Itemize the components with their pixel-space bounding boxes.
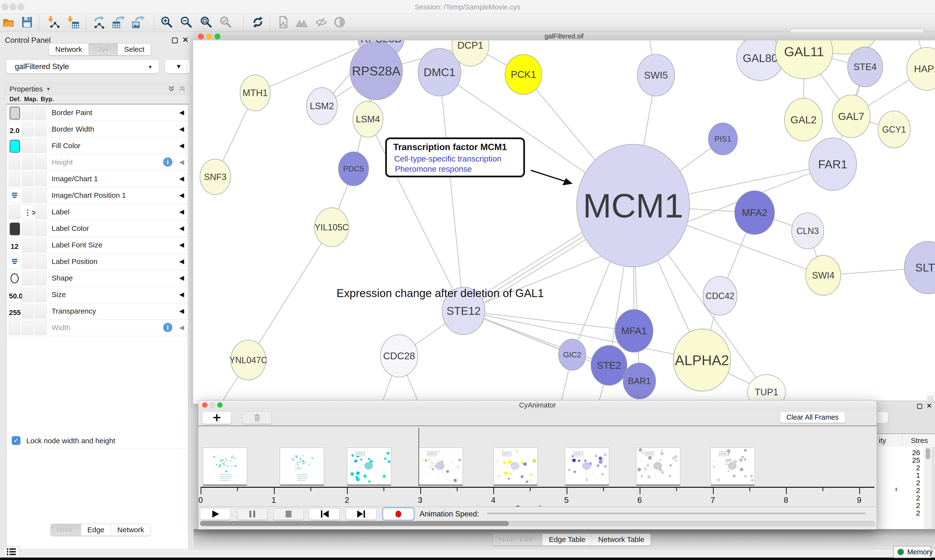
- animator-timeline[interactable]: 0123456789Seconds: [198, 426, 877, 499]
- property-row-width[interactable]: Widthi◀: [6, 319, 188, 336]
- birds-eye-view-button[interactable]: [295, 15, 309, 30]
- color-swatch[interactable]: [10, 107, 20, 120]
- def-cell[interactable]: [9, 106, 20, 120]
- row-expand-arrow-icon[interactable]: ◀: [179, 208, 184, 215]
- property-row-shape[interactable]: Shape◀: [6, 270, 188, 286]
- byp-cell[interactable]: [35, 255, 47, 269]
- skip-to-end-button[interactable]: [346, 508, 376, 520]
- network-window-titlebar[interactable]: galFiltered.sif: [193, 32, 935, 41]
- network-overview-button[interactable]: [276, 15, 291, 30]
- def-cell[interactable]: [9, 321, 20, 335]
- table-cell-value[interactable]: 26: [912, 449, 920, 457]
- byp-cell[interactable]: [35, 189, 47, 203]
- byp-cell[interactable]: [35, 106, 47, 120]
- frame-thumbnail-6[interactable]: [565, 448, 609, 485]
- row-expand-arrow-icon[interactable]: ◀: [179, 142, 184, 149]
- animator-scrollbar[interactable]: [200, 521, 875, 526]
- zoom-selected-button[interactable]: [219, 15, 233, 30]
- row-expand-arrow-icon[interactable]: ◀: [179, 175, 184, 182]
- control-panel-float-icon[interactable]: ▢: [171, 35, 178, 44]
- frame-thumbnail-3[interactable]: [347, 448, 391, 485]
- tab-node[interactable]: Node: [51, 524, 81, 536]
- import-table-button[interactable]: [66, 15, 80, 30]
- frame-thumbnail-7[interactable]: [636, 448, 680, 485]
- stop-button[interactable]: [273, 508, 304, 520]
- info-icon[interactable]: i: [163, 323, 173, 332]
- property-row-fill-color[interactable]: Fill Color◀: [6, 137, 188, 154]
- def-cell[interactable]: 12: [9, 238, 20, 252]
- style-select[interactable]: galFiltered Style ▾: [6, 59, 159, 74]
- cyanimator-titlebar[interactable]: CyAnimator: [198, 400, 877, 410]
- play-button[interactable]: [200, 508, 231, 520]
- row-expand-arrow-icon[interactable]: ◀: [179, 291, 184, 298]
- tab-network-table[interactable]: Network Table: [592, 534, 651, 545]
- memory-button[interactable]: Memory: [893, 546, 931, 558]
- tab-node-table[interactable]: Node Table: [493, 534, 542, 545]
- lock-size-checkbox[interactable]: ✓: [12, 436, 20, 445]
- map-cell[interactable]: [22, 139, 34, 153]
- def-cell[interactable]: [9, 189, 20, 203]
- property-row-image-chart-position-1[interactable]: Image/Chart Position 1◀: [6, 187, 188, 204]
- table-column-divider[interactable]: [902, 435, 903, 446]
- byp-cell[interactable]: [35, 139, 47, 153]
- property-row-transparency[interactable]: 255Transparency◀: [6, 303, 188, 320]
- open-session-button[interactable]: [2, 15, 16, 30]
- skip-to-start-button[interactable]: [309, 508, 339, 520]
- map-cell[interactable]: [22, 304, 34, 318]
- table-column-ity[interactable]: ity: [879, 437, 886, 445]
- import-network-button[interactable]: [47, 15, 61, 30]
- collapse-all-icon[interactable]: [179, 85, 186, 93]
- annotation-link-1[interactable]: Cell-type-specific transcription: [394, 154, 501, 163]
- tab-network-bottom[interactable]: Network: [111, 524, 150, 536]
- color-swatch[interactable]: [10, 140, 20, 152]
- row-expand-arrow-icon[interactable]: ◀: [179, 191, 184, 199]
- property-row-label-font-size[interactable]: 12Label Font Size◀: [6, 237, 188, 254]
- property-row-image-chart-1[interactable]: Image/Chart 1◀: [6, 171, 188, 187]
- info-icon[interactable]: i: [163, 157, 173, 167]
- map-cell[interactable]: [22, 122, 34, 137]
- table-cell-value[interactable]: 2: [916, 486, 920, 495]
- control-panel-close-icon[interactable]: ✕: [182, 35, 188, 44]
- property-row-border-width[interactable]: 2.0Border Width◀: [6, 121, 188, 138]
- network-canvas[interactable]: RPS28BMTH1LSM2LSM4RPS28ADMC1DCP1PCK1SWI5…: [193, 40, 935, 404]
- row-expand-arrow-icon[interactable]: ◀: [179, 258, 184, 265]
- property-row-label[interactable]: ⋮>Label◀: [6, 204, 188, 220]
- apply-layout-button[interactable]: [251, 15, 265, 30]
- tab-network[interactable]: Network: [49, 43, 88, 55]
- map-cell[interactable]: [22, 255, 34, 269]
- timeline-playhead[interactable]: [418, 428, 419, 486]
- hide-details-button[interactable]: [315, 15, 329, 30]
- tab-edge-table[interactable]: Edge Table: [542, 534, 592, 545]
- map-cell[interactable]: ⋮>: [22, 205, 34, 219]
- byp-cell[interactable]: [35, 172, 47, 186]
- map-cell[interactable]: [22, 271, 34, 285]
- zoom-out-button[interactable]: [180, 15, 194, 30]
- property-row-height[interactable]: Heighti◀: [6, 154, 188, 171]
- annotation-link-2[interactable]: Pheromone response: [395, 165, 472, 174]
- byp-cell[interactable]: [35, 288, 47, 302]
- map-cell[interactable]: [22, 155, 34, 169]
- pause-button[interactable]: [237, 508, 268, 520]
- def-cell[interactable]: [9, 255, 20, 269]
- delete-frame-button[interactable]: [242, 411, 272, 424]
- show-details-button[interactable]: [333, 15, 347, 30]
- zoom-fit-button[interactable]: [200, 15, 214, 30]
- table-cell-value[interactable]: 2: [916, 464, 920, 472]
- row-expand-arrow-icon[interactable]: ◀: [179, 307, 184, 315]
- map-cell[interactable]: [22, 222, 34, 236]
- zoom-in-button[interactable]: [160, 15, 174, 30]
- table-panel-close-icon[interactable]: ✕: [926, 402, 932, 410]
- byp-cell[interactable]: [35, 271, 47, 285]
- def-cell[interactable]: [9, 155, 20, 169]
- animation-speed-slider[interactable]: [487, 512, 866, 514]
- property-row-size[interactable]: 50.0Size◀: [6, 286, 188, 303]
- row-expand-arrow-icon[interactable]: ◀: [179, 125, 184, 133]
- property-row-label-color[interactable]: Label Color◀: [6, 220, 188, 237]
- frame-thumbnail-8[interactable]: [711, 448, 755, 485]
- def-cell[interactable]: 2.0: [9, 122, 20, 137]
- frame-thumbnail-4[interactable]: [418, 448, 463, 485]
- frame-thumbnail-2[interactable]: [280, 448, 324, 485]
- def-cell[interactable]: [9, 205, 20, 219]
- tab-edge[interactable]: Edge: [81, 524, 111, 536]
- frame-thumbnail-5[interactable]: [493, 448, 538, 485]
